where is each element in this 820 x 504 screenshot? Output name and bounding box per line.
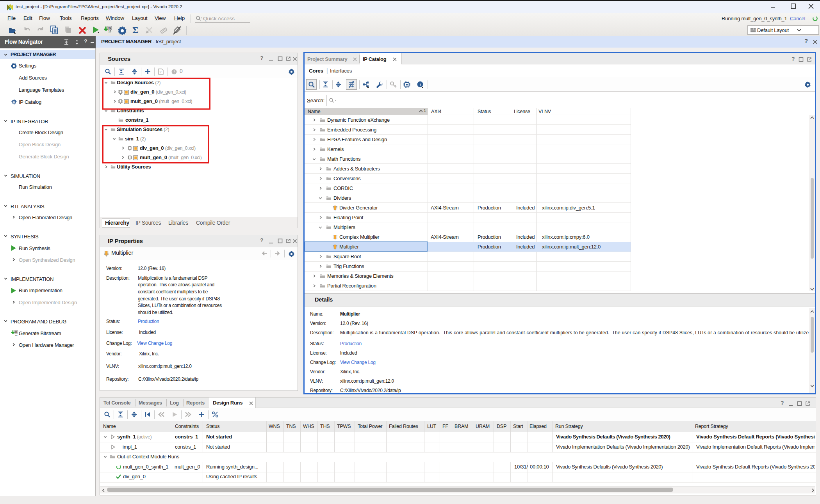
svg-text:01: 01	[108, 27, 111, 29]
svg-text:01: 01	[15, 331, 17, 333]
svg-text:?: ?	[160, 70, 162, 74]
svg-text:10: 10	[15, 334, 17, 337]
svg-text:10: 10	[108, 30, 111, 33]
svg-text:Σ: Σ	[132, 25, 139, 35]
